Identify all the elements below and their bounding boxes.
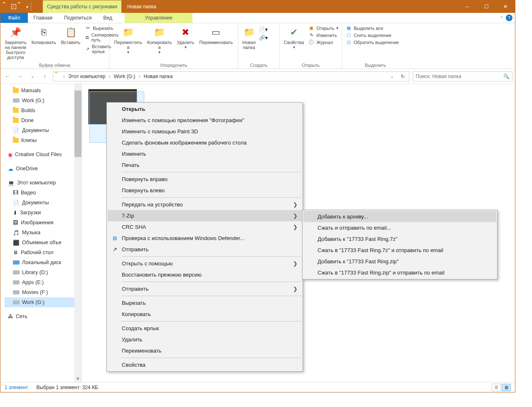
ctx-item-24[interactable]: Создать ярлык	[108, 323, 302, 334]
ctx-item-17[interactable]: Восстановить прежнюю версию	[108, 269, 302, 280]
breadcrumb-0[interactable]: Этот компьютер	[66, 74, 107, 79]
up-button[interactable]: ↑	[40, 73, 49, 80]
qat-folder-icon[interactable]	[18, 3, 25, 10]
ctx-item-13[interactable]: ⊞Проверка с использованием Windows Defen…	[108, 233, 302, 244]
tree-quick-0[interactable]: Manuals📌	[5, 86, 81, 96]
properties-button[interactable]: ✔Свойства▾	[282, 24, 305, 49]
tab-manage[interactable]: Управление	[125, 13, 192, 23]
newfolder-button[interactable]: 📁Новая папка	[241, 24, 257, 50]
ctx-item-26[interactable]: Переименовать	[108, 345, 302, 356]
ctx-item-14[interactable]: ↗Отправить	[108, 244, 302, 255]
tab-view[interactable]: Вид	[97, 13, 118, 23]
address-dropdown[interactable]: ⌄	[387, 74, 397, 78]
selectnone-button[interactable]: ▢Снять выделение	[345, 32, 400, 38]
sub-item-2[interactable]: Добавить к "17733 Fast Ring.7z"	[303, 233, 496, 245]
ctx-item-10[interactable]: Передать на устройство❯	[108, 199, 302, 210]
address-box[interactable]: › Этот компьютер › Work (G:) › Новая пап…	[53, 71, 409, 81]
ctx-item-28[interactable]: Свойства	[108, 359, 302, 370]
tree-quick-4[interactable]: 📄 Документы	[5, 125, 81, 135]
copy-button[interactable]: ⎘Копировать	[30, 24, 58, 45]
history-dropdown[interactable]: ⌄	[28, 74, 37, 78]
tree-pc-11[interactable]: Work (G:)	[5, 297, 81, 307]
ctx-item-8[interactable]: Повернуть влево	[108, 185, 302, 196]
tree-pc-7[interactable]: Локальный диск	[5, 257, 81, 267]
scrollbar-thumb[interactable]	[74, 91, 81, 157]
tree-quick-3[interactable]: Done	[5, 115, 81, 125]
pin-quickaccess-button[interactable]: 📌Закрепить на панели быстрого доступа	[3, 24, 28, 60]
tree-pc-6[interactable]: 🖥 Рабочий стол	[5, 248, 81, 257]
ctx-item-19[interactable]: Отправить❯	[108, 283, 302, 294]
search-box[interactable]: 🔍	[413, 71, 512, 81]
breadcrumb-2[interactable]: Новая папка	[142, 74, 175, 79]
sub-item-1[interactable]: Сжать и отправить по email...	[303, 222, 496, 233]
view-details-button[interactable]: ☰	[492, 384, 501, 391]
help-icon[interactable]: ?	[506, 15, 512, 21]
tree-pc-4[interactable]: 🎵 Музыка	[5, 228, 81, 238]
ctx-item-5[interactable]: Печать	[108, 159, 302, 171]
invert-button[interactable]: ◫Обратить выделение	[345, 39, 400, 45]
ctx-item-11[interactable]: 7-Zip❯	[108, 210, 302, 221]
delete-button[interactable]: ✖Удалить▾	[175, 24, 196, 49]
sub-item-3[interactable]: Сжать в "17733 Fast Ring.7z" и отправить…	[303, 245, 496, 256]
ctx-item-4[interactable]: Изменить	[108, 148, 302, 159]
ctx-item-7[interactable]: Повернуть вправо	[108, 174, 302, 185]
tree-pc-2[interactable]: ⬇ Загрузки	[5, 208, 81, 218]
tree-pc-1[interactable]: 📄 Документы	[5, 198, 81, 208]
selectall-button[interactable]: ▦Выделить все	[345, 25, 400, 31]
tree-this-pc[interactable]: 💻 Этот компьютер	[5, 178, 81, 188]
sub-item-5[interactable]: Сжать в "17733 Fast Ring.zip" и отправит…	[303, 267, 496, 278]
maximize-button[interactable]: ☐	[477, 0, 496, 13]
open-button[interactable]: ▣Открыть▾	[307, 25, 339, 31]
tree-pc-0[interactable]: 🎞 Видео	[5, 188, 81, 198]
ctx-item-25[interactable]: Удалить	[108, 334, 302, 345]
file-tab[interactable]: Файл	[0, 13, 28, 23]
tree-quick-1[interactable]: Work (G:)📌	[5, 96, 81, 105]
sub-item-4[interactable]: Добавить к "17733 Fast Ring.zip"	[303, 256, 496, 267]
close-button[interactable]: ✕	[496, 0, 515, 13]
qat-checkbox-icon[interactable]: ✓	[11, 4, 16, 9]
tree-pc-3[interactable]: 🖼 Изображения	[5, 218, 81, 228]
ctx-item-3[interactable]: Сделать фоновым изображением рабочего ст…	[108, 137, 302, 148]
tree-pc-8[interactable]: Library (D:)	[5, 267, 81, 277]
tree-onedrive[interactable]: ☁ OneDrive	[5, 164, 81, 174]
minimize-button[interactable]: ─	[458, 0, 477, 13]
refresh-button[interactable]: ↻	[398, 74, 407, 79]
edit-button[interactable]: ✎Изменить	[307, 32, 339, 38]
search-input[interactable]	[416, 74, 503, 79]
tree-pc-5[interactable]: ⬛ Объемные объе	[5, 238, 81, 248]
qat-overflow-icon[interactable]: ▾	[26, 5, 28, 9]
tree-network[interactable]: 🖧 Сеть	[5, 311, 81, 321]
paste-button[interactable]: 📋Вставить	[59, 24, 82, 45]
tree-quick-5[interactable]: Клипы	[5, 135, 81, 145]
ctx-item-0[interactable]: Открыть	[108, 103, 302, 115]
ctx-item-1[interactable]: Изменить с помощью приложения "Фотографи…	[108, 115, 302, 126]
ctx-item-12[interactable]: CRC SHA❯	[108, 221, 302, 233]
tree-quick-2[interactable]: Builds	[5, 105, 81, 115]
moveto-button[interactable]: 📁Переместить в▾	[113, 24, 144, 54]
collapse-ribbon-icon[interactable]: ⌃	[500, 16, 503, 20]
tree-pc-9[interactable]: Apps (E:)	[5, 277, 81, 287]
tab-home[interactable]: Главная	[28, 13, 59, 23]
copyto-button[interactable]: 📁Копировать в▾	[145, 24, 173, 54]
rename-button[interactable]: ▭Переименовать	[197, 24, 234, 45]
ctx-item-22[interactable]: Копировать	[108, 309, 302, 320]
tree-creative-cloud[interactable]: ◉ Creative Cloud Files	[5, 150, 81, 159]
ctx-item-16[interactable]: Открыть с помощью❯	[108, 258, 302, 269]
tab-share[interactable]: Поделиться	[58, 13, 97, 23]
scroll-down-button[interactable]: ▼	[74, 375, 81, 382]
view-thumbnails-button[interactable]: ▦	[502, 384, 511, 391]
forward-button[interactable]: →	[15, 73, 25, 80]
history-button[interactable]: 🕘Журнал	[307, 39, 339, 45]
newitem-icon[interactable]: 📄▾	[259, 27, 268, 32]
sub-item-0[interactable]: Добавить к архиву...	[303, 211, 496, 222]
newfolder-icon: 📁	[242, 26, 256, 39]
easyaccess-icon[interactable]: 🔗▾	[259, 35, 268, 41]
tree-pc-10[interactable]: Movies (F:)	[5, 287, 81, 297]
breadcrumb-1[interactable]: Work (G:)	[112, 74, 137, 79]
ctx-item-2[interactable]: Изменить с помощью Paint 3D	[108, 126, 302, 137]
ctx-item-21[interactable]: Вырезать	[108, 297, 302, 309]
context-submenu-7zip[interactable]: Добавить к архиву...Сжать и отправить по…	[302, 210, 498, 280]
navigation-pane[interactable]: Manuals📌 Work (G:)📌 Builds Done📄 Докумен…	[0, 84, 82, 382]
context-menu[interactable]: ОткрытьИзменить с помощью приложения "Фо…	[106, 102, 303, 372]
back-button[interactable]: ←	[3, 73, 12, 80]
